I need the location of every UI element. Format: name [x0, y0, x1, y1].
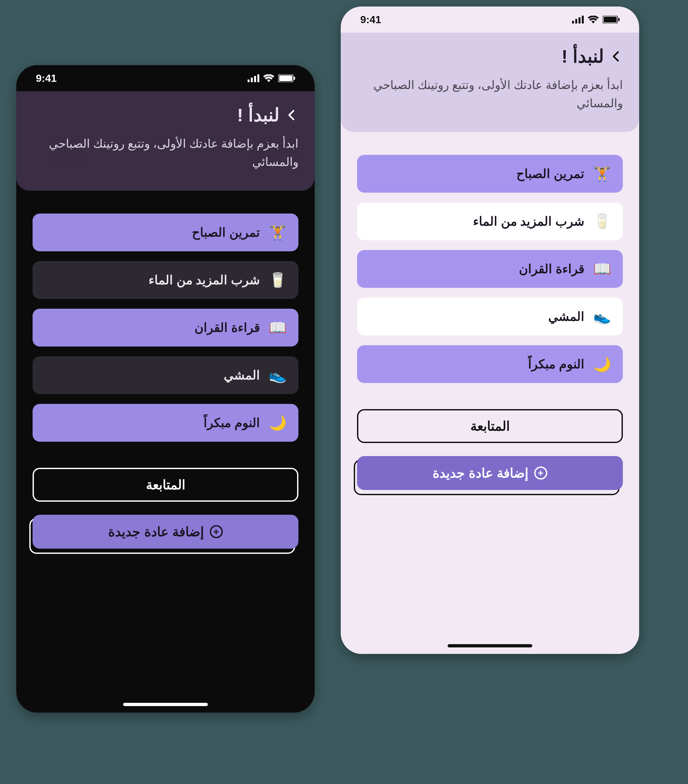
- habit-label: شرب المزيد من الماء: [473, 214, 585, 229]
- battery-icon: [603, 16, 620, 23]
- habit-label: قراءة القران: [519, 262, 585, 276]
- svg-rect-3: [257, 74, 259, 82]
- svg-rect-0: [248, 79, 250, 82]
- habit-item-read-quran[interactable]: 📖 قراءة القران: [357, 250, 623, 288]
- svg-rect-6: [294, 77, 295, 80]
- signal-icon: [248, 74, 259, 82]
- habit-item-read-quran[interactable]: 📖 قراءة القران: [33, 309, 299, 346]
- dumbbell-icon: 🏋️: [268, 223, 287, 242]
- habit-item-walking[interactable]: 👟 المشي: [357, 298, 623, 336]
- habit-item-morning-workout[interactable]: 🏋️ تمرين الصباح: [357, 155, 623, 193]
- status-bar: 9:41: [16, 65, 315, 91]
- signal-icon: [572, 16, 584, 23]
- svg-rect-13: [618, 18, 620, 21]
- habit-label: شرب المزيد من الماء: [149, 273, 260, 287]
- book-icon: 📖: [593, 260, 611, 278]
- wifi-icon: [588, 16, 599, 23]
- page-header: لنبدأ ! ابدأ بعزم بإضافة عادتك الأولى، و…: [341, 33, 639, 132]
- habit-list: 🏋️ تمرين الصباح 🥛 شرب المزيد من الماء 📖 …: [16, 191, 315, 442]
- page-subtitle: ابدأ بعزم بإضافة عادتك الأولى، وتتبع روت…: [357, 76, 623, 112]
- page-title: لنبدأ !: [562, 46, 604, 67]
- battery-icon: [278, 74, 295, 82]
- book-icon: 📖: [268, 318, 287, 337]
- page-title: لنبدأ !: [237, 104, 279, 125]
- back-chevron-icon[interactable]: [610, 50, 623, 63]
- home-indicator[interactable]: [123, 703, 208, 706]
- habit-label: تمرين الصباح: [192, 225, 260, 240]
- habit-item-sleep-early[interactable]: 🌙 النوم مبكراً: [33, 404, 299, 442]
- svg-rect-7: [572, 21, 574, 23]
- continue-label: المتابعة: [146, 477, 186, 492]
- habit-list: 🏋️ تمرين الصباح 🥛 شرب المزيد من الماء 📖 …: [341, 132, 639, 383]
- phone-dark: 9:41 لنبدأ ! ابدأ بعزم بإضافة عادتك الأو…: [16, 65, 315, 713]
- glass-icon: 🥛: [593, 212, 611, 231]
- svg-rect-5: [279, 75, 292, 81]
- svg-rect-8: [575, 19, 577, 23]
- add-habit-label: إضافة عادة جديدة: [108, 524, 204, 539]
- habit-label: المشي: [224, 368, 260, 382]
- habit-label: قراءة القران: [194, 320, 260, 335]
- continue-label: المتابعة: [470, 418, 510, 433]
- home-indicator[interactable]: [448, 644, 532, 647]
- habit-label: تمرين الصباح: [516, 166, 585, 181]
- svg-rect-2: [254, 76, 256, 82]
- habit-label: المشي: [548, 310, 585, 324]
- plus-icon: +: [534, 466, 547, 479]
- plus-icon: +: [210, 525, 223, 538]
- habit-item-sleep-early[interactable]: 🌙 النوم مبكراً: [357, 345, 623, 383]
- page-subtitle: ابدأ بعزم بإضافة عادتك الأولى، وتتبع روت…: [33, 135, 299, 171]
- back-chevron-icon[interactable]: [286, 109, 299, 122]
- habit-label: النوم مبكراً: [528, 357, 585, 371]
- status-icons: [248, 74, 295, 82]
- moon-icon: 🌙: [268, 414, 287, 432]
- status-bar: 9:41: [341, 7, 639, 33]
- habit-item-drink-water[interactable]: 🥛 شرب المزيد من الماء: [357, 203, 623, 240]
- shoe-icon: 👟: [593, 307, 611, 326]
- status-icons: [572, 16, 620, 23]
- habit-item-walking[interactable]: 👟 المشي: [33, 356, 299, 394]
- phone-light: 9:41 لنبدأ ! ابدأ بعزم بإضافة عادتك الأو…: [341, 7, 639, 654]
- continue-button[interactable]: المتابعة: [33, 468, 299, 502]
- add-habit-label: إضافة عادة جديدة: [433, 466, 528, 481]
- moon-icon: 🌙: [593, 355, 611, 373]
- action-buttons: المتابعة + إضافة عادة جديدة: [16, 451, 315, 583]
- wifi-icon: [263, 74, 274, 82]
- habit-label: النوم مبكراً: [204, 416, 260, 430]
- svg-rect-12: [604, 16, 617, 23]
- svg-rect-9: [578, 17, 581, 23]
- glass-icon: 🥛: [268, 271, 287, 289]
- continue-button[interactable]: المتابعة: [357, 409, 623, 443]
- page-header: لنبدأ ! ابدأ بعزم بإضافة عادتك الأولى، و…: [16, 91, 315, 191]
- add-habit-button[interactable]: + إضافة عادة جديدة: [33, 515, 299, 550]
- shoe-icon: 👟: [268, 366, 287, 384]
- svg-rect-1: [251, 77, 253, 82]
- status-time: 9:41: [36, 72, 57, 84]
- add-habit-button[interactable]: + إضافة عادة جديدة: [357, 456, 623, 492]
- habit-item-morning-workout[interactable]: 🏋️ تمرين الصباح: [33, 214, 299, 251]
- habit-item-drink-water[interactable]: 🥛 شرب المزيد من الماء: [33, 261, 299, 299]
- dumbbell-icon: 🏋️: [593, 165, 611, 183]
- svg-rect-10: [582, 16, 584, 23]
- action-buttons: المتابعة + إضافة عادة جديدة: [341, 393, 639, 524]
- status-time: 9:41: [360, 14, 381, 26]
